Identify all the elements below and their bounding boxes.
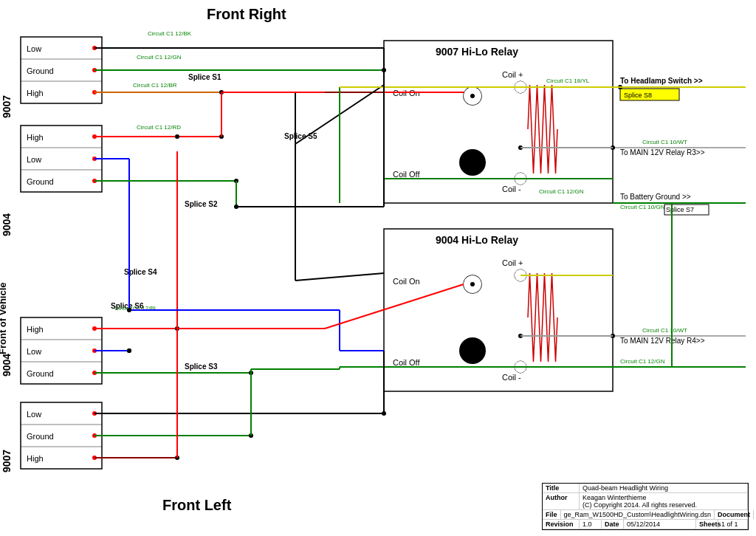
info-box: Title Quad-beam Headlight Wiring Author … bbox=[542, 483, 749, 530]
info-title-value: Quad-beam Headlight Wiring bbox=[580, 484, 748, 492]
info-document-label: Document bbox=[715, 510, 754, 519]
info-author-label: Author bbox=[543, 493, 580, 509]
info-sheets-label: Sheets bbox=[696, 520, 718, 529]
info-sheets-value: 1 of 1 bbox=[718, 520, 748, 529]
info-date-value: 05/12/2014 bbox=[624, 520, 696, 529]
info-revision-label: Revision bbox=[543, 520, 580, 529]
info-file-value: ge_Ram_W1500HD_Custom\HeadlightWiring.ds… bbox=[561, 510, 715, 519]
info-title-label: Title bbox=[543, 484, 580, 492]
title-bottom: Front Left bbox=[162, 497, 231, 514]
info-revision-value: 1.0 bbox=[580, 520, 602, 529]
wiring-diagram bbox=[0, 0, 756, 536]
title-top: Front Right bbox=[207, 6, 286, 23]
info-file-label: File bbox=[543, 510, 561, 519]
info-date-label: Date bbox=[602, 520, 624, 529]
info-author-value: Keagan Winterthieme (C) Copyright 2014. … bbox=[580, 493, 748, 509]
